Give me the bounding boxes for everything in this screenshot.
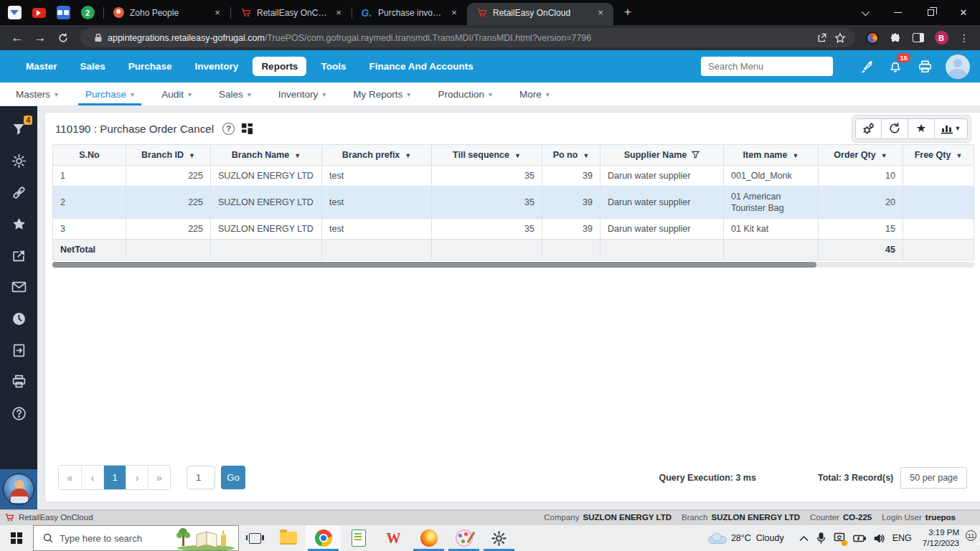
start-button[interactable] [0,525,33,551]
column-header-free-qty[interactable]: Free Qty▼ [903,145,974,166]
back-icon[interactable]: ← [7,28,27,48]
nav-item-sales[interactable]: Sales [72,57,114,76]
bookmark-star-icon[interactable] [831,29,849,47]
nav-item-purchase[interactable]: Purchase [120,57,181,76]
pinned-tab-blue-app[interactable] [56,6,70,20]
forward-icon[interactable]: → [30,28,50,48]
weather-widget[interactable]: 28°C Cloudy [707,533,784,544]
nav-item-tools[interactable]: Tools [312,57,354,76]
tab-search-chevron-icon[interactable] [848,0,881,25]
nav-item-reports[interactable]: Reports [253,57,306,76]
sync-screen-icon[interactable] [834,532,845,545]
pinned-tab-chat[interactable]: 2 [80,6,95,20]
print-icon[interactable] [916,58,933,75]
browser-menu-icon[interactable]: ⋮ [954,28,974,48]
column-header-supplier-name[interactable]: Supplier Name [600,145,724,166]
column-header-order-qty[interactable]: Order Qty▼ [819,145,903,166]
taskbar-paint-app[interactable] [446,525,481,551]
taskbar-firefox[interactable] [411,525,446,551]
new-tab-button[interactable]: + [618,2,638,22]
tab-zoho-people[interactable]: Zoho People × [104,0,230,25]
tab-close-icon[interactable]: × [333,7,344,19]
subnav-purchase[interactable]: Purchase▾ [85,83,134,105]
shortcut-grid-icon[interactable] [242,123,253,134]
go-button[interactable]: Go [221,466,245,489]
restore-button[interactable] [914,0,947,25]
chart-view-button[interactable]: ▼ [935,118,968,139]
nav-item-inventory[interactable]: Inventory [187,57,248,76]
help-icon[interactable]: ? [222,123,235,135]
taskbar-search-box[interactable]: Type here to search [33,525,239,551]
reload-icon[interactable] [53,28,73,48]
subnav-sales[interactable]: Sales▾ [219,83,251,105]
minimize-button[interactable] [881,0,914,25]
close-button[interactable]: ✕ [947,0,980,25]
sidebar-help-button[interactable] [4,397,33,429]
column-header-item-name[interactable]: Item name▼ [724,145,819,166]
table-row[interactable]: 2225SUZLON ENERGY LTDtest3539Darun water… [53,187,974,219]
tab-purchase-invoice[interactable]: G. Purchase invoice × [352,0,467,25]
sidebar-mail-button[interactable] [4,271,33,303]
taskbar-wps[interactable]: W [376,525,411,551]
subnav-my-reports[interactable]: My Reports▾ [353,83,410,105]
sidebar-print-button[interactable] [4,366,33,397]
tab-close-icon[interactable]: × [595,7,606,19]
sidebar-settings-button[interactable] [4,145,33,176]
favorite-button[interactable]: ★ [908,118,935,139]
language-indicator[interactable]: ENG [892,533,912,543]
nav-item-master[interactable]: Master [17,57,66,76]
share-icon[interactable] [812,29,831,47]
user-avatar[interactable] [946,55,970,79]
refresh-button[interactable] [882,118,908,139]
tab-close-icon[interactable]: × [212,7,223,19]
clock-widget[interactable]: 3:19 PM 7/12/2023 [923,527,959,549]
next-page-button[interactable]: › [126,466,148,489]
color-extension-icon[interactable] [862,28,882,48]
notifications-bell-icon[interactable]: 15 [887,58,904,75]
last-page-button[interactable]: » [148,466,170,489]
taskbar-settings[interactable] [481,525,517,551]
subnav-inventory[interactable]: Inventory▾ [278,83,326,105]
sidebar-link-button[interactable] [4,176,33,208]
first-page-button[interactable]: « [59,466,81,489]
menu-search-input[interactable] [701,57,833,76]
lock-icon[interactable] [89,29,108,47]
goto-page-input[interactable] [187,466,215,489]
sidebar-export-page-button[interactable] [4,334,33,366]
manage-columns-button[interactable] [855,118,882,139]
table-row[interactable]: 1225SUZLON ENERGY LTDtest3539Darun water… [53,166,974,187]
microphone-icon[interactable] [816,532,826,544]
tab-retaileasy-active[interactable]: RetailEasy OnCloud × [467,3,613,25]
profile-avatar[interactable]: B [931,28,951,48]
side-panel-icon[interactable] [908,28,928,48]
column-header-branch-prefix[interactable]: Branch prefix▼ [322,145,432,166]
speaker-icon[interactable] [874,534,885,543]
address-bar[interactable]: appintegrations.retaileasy-gofrugal.com/… [80,28,855,47]
horizontal-scrollbar[interactable] [52,262,974,268]
extensions-puzzle-icon[interactable] [885,28,905,48]
subnav-more[interactable]: More▾ [519,83,550,105]
sidebar-user-avatar[interactable] [0,469,37,509]
sidebar-filter-button[interactable]: 4 [4,113,33,145]
taskbar-notepad[interactable] [341,525,376,551]
pinned-tab-mail[interactable] [7,6,22,20]
taskbar-chrome[interactable] [306,525,341,551]
tab-retaileasy-1[interactable]: RetailEasy OnCloud × [231,0,352,25]
subnav-audit[interactable]: Audit▾ [161,83,192,105]
sidebar-favorites-button[interactable] [4,208,33,240]
task-view-button[interactable] [239,525,270,551]
tray-expand-chevron-icon[interactable] [799,535,809,542]
scrollbar-thumb[interactable] [52,262,816,268]
current-page-button[interactable]: 1 [103,466,126,489]
battery-icon[interactable] [853,534,866,542]
sidebar-history-button[interactable] [4,303,33,334]
per-page-select[interactable]: 50 per page [900,467,967,489]
taskbar-file-explorer[interactable] [270,525,306,551]
column-header-branch-id[interactable]: Branch ID▼ [126,145,211,166]
pinned-tab-youtube[interactable] [32,6,46,20]
column-header-till-sequence[interactable]: Till sequence▼ [432,145,542,166]
sidebar-export-button[interactable] [4,240,33,271]
column-header-po-no[interactable]: Po no▼ [542,145,600,166]
table-row[interactable]: 3225SUZLON ENERGY LTDtest3539Darun water… [53,219,974,240]
theme-brush-icon[interactable] [857,58,875,75]
